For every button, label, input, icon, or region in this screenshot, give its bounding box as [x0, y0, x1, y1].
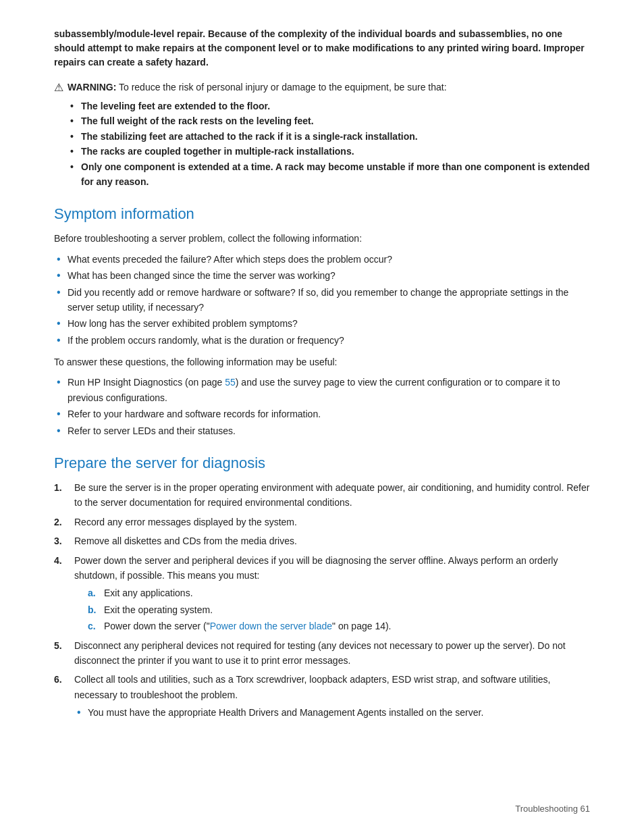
prepare-step-1: Be sure the server is in the proper oper… — [54, 480, 590, 511]
prepare-step-4c: Power down the server ("Power down the s… — [88, 619, 590, 633]
prepare-step-5: Disconnect any peripheral devices not re… — [54, 638, 590, 669]
footer-text: Troubleshooting 61 — [515, 804, 590, 814]
warning-item: The full weight of the rack rests on the… — [81, 113, 590, 128]
symptom-questions-list: What events preceded the failure? After … — [54, 252, 590, 348]
powerdown-text-after: " on page 14). — [332, 621, 391, 631]
insight-diagnostics-link[interactable]: 55 — [225, 377, 236, 388]
symptom-useful-item-3: Refer to server LEDs and their statuses. — [68, 423, 590, 438]
symptom-question: If the problem occurs randomly, what is … — [68, 333, 590, 348]
warning-item: The leveling feet are extended to the fl… — [81, 99, 590, 113]
symptom-useful-intro: To answer these questions, the following… — [54, 355, 590, 369]
prepare-steps-list: Be sure the server is in the proper oper… — [54, 480, 590, 720]
warning-icon: ⚠ — [54, 81, 63, 94]
powerdown-link[interactable]: Power down the server blade — [210, 621, 332, 631]
symptom-section-heading: Symptom information — [54, 205, 590, 223]
powerdown-text-before: Power down the server (" — [104, 621, 210, 631]
prepare-section-heading: Prepare the server for diagnosis — [54, 454, 590, 472]
page-footer: Troubleshooting 61 — [515, 804, 590, 814]
page: subassembly/module-level repair. Because… — [0, 0, 644, 834]
symptom-question: Did you recently add or remove hardware … — [68, 285, 590, 315]
symptom-useful-list: Run HP Insight Diagnostics (on page 55) … — [54, 375, 590, 438]
symptom-question: How long has the server exhibited proble… — [68, 316, 590, 331]
symptom-useful-item-1: Run HP Insight Diagnostics (on page 55) … — [68, 375, 590, 405]
symptom-question: What has been changed since the time the… — [68, 268, 590, 283]
warning-box: ⚠ WARNING: To reduce the risk of persona… — [54, 80, 590, 189]
warning-item: The stabilizing feet are attached to the… — [81, 129, 590, 144]
prepare-step-4-sub: Exit any applications. Exit the operatin… — [74, 585, 590, 633]
prepare-step-4: Power down the server and peripheral dev… — [54, 553, 590, 634]
prepare-step-6-bullet: You must have the appropriate Health Dri… — [88, 705, 590, 720]
warning-item: The racks are coupled together in multip… — [81, 144, 590, 159]
prepare-step-4b: Exit the operating system. — [88, 602, 590, 617]
prepare-step-6: Collect all tools and utilities, such as… — [54, 672, 590, 720]
symptom-question: What events preceded the failure? After … — [68, 252, 590, 267]
symptom-intro: Before troubleshooting a server problem,… — [54, 231, 590, 246]
insight-text-before: Run HP Insight Diagnostics (on page — [68, 377, 225, 388]
symptom-useful-item-2: Refer to your hardware and software reco… — [68, 407, 590, 421]
prepare-step-4a: Exit any applications. — [88, 585, 590, 600]
warning-label: WARNING: — [68, 82, 116, 93]
warning-description: To reduce the risk of personal injury or… — [116, 82, 446, 93]
intro-paragraph: subassembly/module-level repair. Because… — [54, 27, 590, 70]
prepare-step-6-sub: You must have the appropriate Health Dri… — [74, 705, 590, 720]
prepare-step-3: Remove all diskettes and CDs from the me… — [54, 533, 590, 548]
warning-list: The leveling feet are extended to the fl… — [68, 99, 590, 189]
warning-text: WARNING: To reduce the risk of personal … — [68, 80, 590, 189]
warning-item: Only one component is extended at a time… — [81, 159, 590, 190]
prepare-step-2: Record any error messages displayed by t… — [54, 515, 590, 529]
